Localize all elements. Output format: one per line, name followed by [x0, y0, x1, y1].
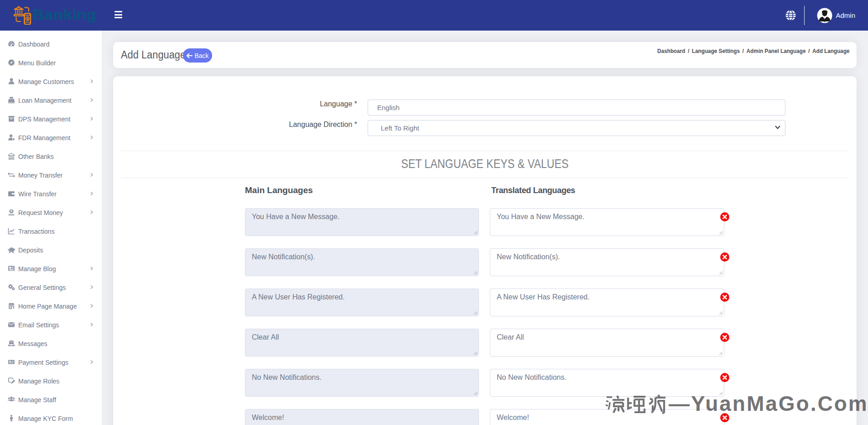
svg-text:$: $: [10, 210, 12, 213]
svg-text:$: $: [26, 16, 29, 21]
